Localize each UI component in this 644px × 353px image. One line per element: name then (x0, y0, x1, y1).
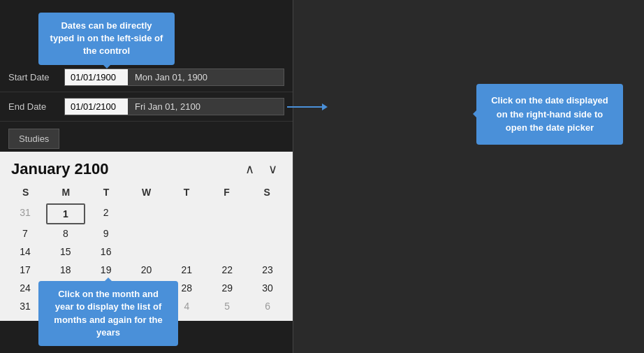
calendar-week-3: 14 15 16 (6, 243, 287, 261)
end-date-row: End Date Fri Jan 01, 2100 (0, 92, 293, 122)
calendar-next-button[interactable]: ∨ (264, 160, 281, 178)
cal-day[interactable]: 16 (87, 243, 126, 261)
start-date-input[interactable] (65, 69, 128, 85)
cal-day[interactable]: 21 (167, 261, 206, 279)
right-panel: Click on the date displayed on the right… (293, 0, 644, 353)
end-date-input-area: Fri Jan 01, 2100 (64, 98, 284, 115)
end-date-label: End Date (8, 101, 64, 112)
cal-day[interactable]: 14 (6, 243, 45, 261)
calendar-week-1: 31 1 2 (6, 203, 287, 224)
tooltip-month-year-click: Click on the month and year to display t… (38, 281, 178, 346)
cal-day[interactable]: 8 (46, 224, 85, 243)
end-date-input[interactable] (65, 99, 128, 115)
day-header-w: W (126, 184, 167, 201)
cal-day-today[interactable]: 1 (46, 203, 85, 224)
tooltip-direct-type: Dates can be directly typed in on the le… (38, 13, 175, 65)
calendar-header: January 2100 ∧ ∨ (6, 157, 287, 184)
day-header-m: M (46, 184, 87, 201)
cal-day[interactable]: 31 (6, 203, 45, 224)
calendar-prev-button[interactable]: ∧ (241, 160, 258, 178)
tooltip-right-datepicker: Click on the date displayed on the right… (476, 84, 623, 145)
cal-day[interactable]: 22 (207, 261, 247, 279)
calendar-week-4: 17 18 19 20 21 22 23 (6, 261, 287, 279)
end-date-display[interactable]: Fri Jan 01, 2100 (128, 99, 284, 115)
start-date-row: Start Date Mon Jan 01, 1900 (0, 63, 293, 92)
day-header-t1: T (86, 184, 126, 201)
start-date-input-area: Mon Jan 01, 1900 (64, 69, 284, 86)
calendar-week-2: 7 8 9 (6, 224, 287, 243)
start-date-display[interactable]: Mon Jan 01, 1900 (128, 69, 284, 85)
cal-day[interactable]: 9 (87, 224, 126, 243)
calendar-days-header: S M T W T F S (6, 184, 287, 201)
cal-day[interactable]: 30 (248, 279, 287, 297)
calendar-nav: ∧ ∨ (241, 160, 281, 178)
cal-day[interactable]: 2 (87, 203, 126, 224)
day-header-s1: S (6, 184, 46, 201)
cal-day[interactable]: 17 (6, 261, 45, 279)
cal-day[interactable]: 18 (46, 261, 85, 279)
cal-day[interactable]: 20 (127, 261, 166, 279)
cal-day[interactable]: 23 (248, 261, 287, 279)
calendar-month-year[interactable]: January 2100 (11, 160, 108, 178)
studies-tab[interactable]: Studies (8, 129, 59, 149)
cal-day[interactable]: 7 (6, 224, 45, 243)
cal-day[interactable]: 5 (207, 297, 247, 315)
cal-day[interactable]: 6 (248, 297, 287, 315)
cal-day[interactable]: 29 (207, 279, 247, 297)
cal-day[interactable]: 15 (46, 243, 85, 261)
day-header-t2: T (166, 184, 207, 201)
main-container: Dates can be directly typed in on the le… (0, 0, 644, 353)
left-panel: Dates can be directly typed in on the le… (0, 0, 293, 353)
day-header-s2: S (247, 184, 287, 201)
start-date-label: Start Date (8, 72, 64, 82)
day-header-f: F (207, 184, 247, 201)
